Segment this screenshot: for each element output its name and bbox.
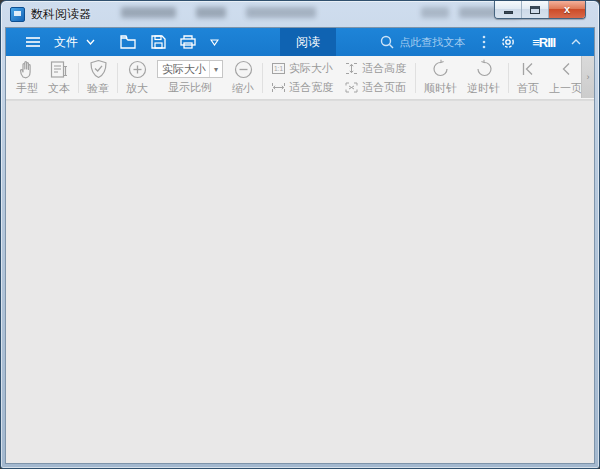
- search-icon: [380, 35, 394, 49]
- text-icon: [50, 59, 68, 79]
- save-button[interactable]: [151, 35, 166, 49]
- hand-icon: [18, 59, 36, 79]
- titlebar[interactable]: 数科阅读器 x: [1, 1, 599, 27]
- window-title: 数科阅读器: [31, 6, 91, 23]
- shield-check-icon: [89, 59, 108, 79]
- hand-tool-button[interactable]: 手型: [11, 59, 43, 96]
- ribbon-right-group: 点此查找文本 ≡RIII: [380, 28, 588, 56]
- zoom-ratio-group: 实际大小 ▾ 显示比例: [153, 60, 227, 95]
- app-window: 数科阅读器 x 文件: [0, 0, 600, 469]
- zoom-out-button[interactable]: 缩小: [227, 59, 259, 96]
- rotate-clockwise-button[interactable]: 顺时针: [419, 59, 462, 96]
- fit-options-group: 1:1 实际大小 适合高度 适合宽度: [266, 61, 412, 95]
- quick-actions: [113, 35, 226, 49]
- overflow-chevron-icon: ›: [587, 72, 590, 82]
- fit-page-icon: [345, 82, 358, 93]
- actual-size-button[interactable]: 1:1 实际大小: [272, 61, 333, 76]
- rotate-cw-label: 顺时针: [424, 81, 457, 96]
- zoom-in-label: 放大: [126, 81, 148, 96]
- minus-circle-icon: [234, 59, 253, 79]
- toolbar-divider: [262, 63, 263, 93]
- hand-tool-label: 手型: [16, 81, 38, 96]
- rotate-ccw-label: 逆时针: [467, 81, 500, 96]
- fit-width-label: 适合宽度: [289, 80, 333, 95]
- dropdown-triangle-icon[interactable]: [210, 39, 219, 46]
- chevron-down-icon: [86, 39, 95, 45]
- toolbar-divider: [508, 63, 509, 93]
- close-button[interactable]: x: [549, 1, 585, 18]
- plus-circle-icon: [128, 59, 147, 79]
- minimize-icon: [504, 11, 513, 14]
- verify-seal-button[interactable]: 验章: [82, 59, 114, 96]
- glass-blur-artifact: [121, 7, 176, 18]
- text-tool-label: 文本: [48, 81, 70, 96]
- prev-page-icon: [559, 59, 573, 79]
- one-to-one-icon: 1:1: [272, 63, 285, 74]
- gear-icon[interactable]: [500, 34, 516, 50]
- prev-page-label: 上一页: [549, 81, 582, 96]
- search-placeholder: 点此查找文本: [399, 35, 465, 50]
- maximize-button[interactable]: [522, 1, 549, 18]
- zoom-ratio-label: 显示比例: [168, 80, 212, 95]
- tab-read[interactable]: 阅读: [280, 28, 336, 56]
- zoom-ratio-select[interactable]: 实际大小 ▾: [157, 60, 223, 78]
- ribbon-bar: 文件 阅读: [6, 28, 594, 56]
- fit-width-icon: [272, 82, 285, 93]
- toolbar-divider: [117, 63, 118, 93]
- search-input[interactable]: 点此查找文本: [380, 35, 465, 50]
- fit-height-button[interactable]: 适合高度: [345, 61, 406, 76]
- tools-toolbar: 手型 文本 验章 放大: [6, 56, 594, 100]
- open-file-button[interactable]: [120, 35, 137, 49]
- rotate-cw-icon: [431, 59, 451, 79]
- zoom-ratio-value: 实际大小: [158, 62, 209, 77]
- print-button[interactable]: [180, 35, 196, 49]
- document-content-area: [6, 100, 594, 463]
- rotate-ccw-icon: [474, 59, 494, 79]
- maximize-icon: [530, 6, 540, 14]
- brand-logo: ≡RIII: [532, 35, 555, 50]
- zoom-in-button[interactable]: 放大: [121, 59, 153, 96]
- svg-text:1:1: 1:1: [274, 65, 283, 72]
- minimize-button[interactable]: [495, 1, 522, 18]
- file-menu[interactable]: 文件: [19, 34, 99, 51]
- first-page-icon: [520, 59, 536, 79]
- glass-blur-artifact: [421, 7, 449, 18]
- fit-height-label: 适合高度: [362, 61, 406, 76]
- actual-size-label: 实际大小: [289, 61, 333, 76]
- verify-seal-label: 验章: [87, 81, 109, 96]
- toolbar-divider: [415, 63, 416, 93]
- fit-page-button[interactable]: 适合页面: [345, 80, 406, 95]
- file-menu-label: 文件: [54, 34, 78, 51]
- app-logo-icon: [10, 7, 25, 22]
- toolbar-overflow-button[interactable]: ›: [581, 56, 594, 98]
- window-caption-buttons: x: [494, 1, 586, 19]
- chevron-up-icon[interactable]: [571, 39, 581, 45]
- glass-blur-artifact: [196, 7, 226, 18]
- glass-blur-artifact: [246, 7, 316, 18]
- first-page-label: 首页: [517, 81, 539, 96]
- fit-page-label: 适合页面: [362, 80, 406, 95]
- text-tool-button[interactable]: 文本: [43, 59, 75, 96]
- combo-dropdown-icon[interactable]: ▾: [209, 61, 222, 77]
- toolbar-divider: [78, 63, 79, 93]
- more-dots-icon[interactable]: [482, 35, 486, 49]
- fit-width-button[interactable]: 适合宽度: [272, 80, 333, 95]
- close-icon: x: [564, 4, 570, 15]
- fit-height-icon: [345, 63, 358, 74]
- zoom-out-label: 缩小: [232, 81, 254, 96]
- rotate-counterclockwise-button[interactable]: 逆时针: [462, 59, 505, 96]
- client-area: 文件 阅读: [5, 27, 595, 464]
- first-page-button[interactable]: 首页: [512, 59, 544, 96]
- hamburger-icon: [26, 37, 40, 47]
